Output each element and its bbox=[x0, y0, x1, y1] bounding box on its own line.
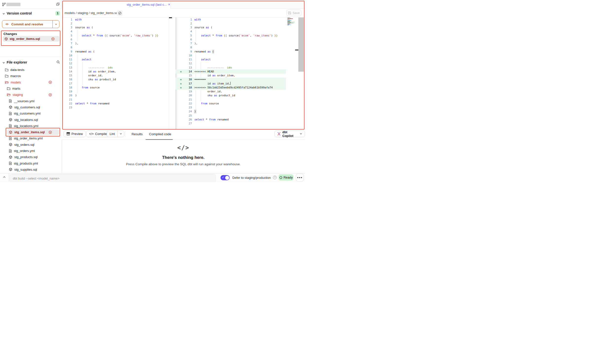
line-number: 16 bbox=[183, 78, 192, 81]
command-bar-divider bbox=[9, 173, 9, 182]
preview-button[interactable]: Preview bbox=[64, 131, 86, 137]
line-number: 10 bbox=[183, 54, 192, 57]
folder-icon bbox=[5, 74, 8, 78]
search-icon[interactable] bbox=[56, 60, 60, 64]
code-text: select * from {{ source('ecom', 'raw_ite… bbox=[192, 34, 278, 37]
model-icon bbox=[4, 37, 8, 41]
file-explorer-item-models[interactable]: models bbox=[0, 79, 62, 85]
file-label: marts bbox=[12, 87, 20, 90]
code-text: renamed as ( bbox=[192, 50, 214, 53]
defer-toggle[interactable]: ✓ bbox=[220, 175, 230, 180]
more-options-button[interactable]: ●●● bbox=[296, 174, 304, 182]
line-number: 1 bbox=[183, 18, 192, 21]
code-text: ) bbox=[192, 110, 196, 113]
code-line-23: 23 bbox=[175, 106, 304, 110]
commit-and-resolve-button[interactable]: Commit and resolve bbox=[2, 20, 59, 28]
branch-name-redacted bbox=[6, 3, 20, 6]
code-line-12: 12 bbox=[175, 62, 304, 66]
line-number: 4 bbox=[183, 30, 192, 33]
dbt-copilot-button[interactable]: dbt Copilot bbox=[274, 131, 305, 137]
line-number: 21 bbox=[183, 98, 192, 101]
code-line-6: 6 bbox=[62, 37, 172, 41]
line-number: 20 bbox=[62, 94, 72, 97]
code-line-22: 22 from source bbox=[175, 101, 304, 105]
file-explorer-item-data-tests[interactable]: data-tests bbox=[0, 67, 62, 73]
doc-icon bbox=[9, 99, 12, 103]
file-explorer-item-stg_orders.sql[interactable]: stg_orders.sql bbox=[0, 142, 62, 148]
code-line-18: +18>>>>>>> 58c1dd23d5eebd9cd2495fa7124ab… bbox=[175, 85, 304, 89]
tab-stg-order-items[interactable]: stg_order_items.sql (last c... × bbox=[124, 0, 171, 9]
copy-branch-icon[interactable] bbox=[56, 2, 60, 6]
file-explorer-item-stg_order_items.yml[interactable]: stg_order_items.yml bbox=[0, 135, 62, 141]
compile-button[interactable]: </> Compile bbox=[86, 131, 110, 137]
line-number: 17 bbox=[62, 82, 72, 85]
file-explorer-item-macros[interactable]: macros bbox=[0, 73, 62, 79]
command-bar-expand-icon[interactable] bbox=[3, 176, 6, 178]
file-explorer-item-stg_order_items.sql[interactable]: stg_order_items.sql bbox=[0, 129, 62, 135]
file-explorer-chevron-icon[interactable] bbox=[2, 61, 5, 64]
code-line-4: 4 bbox=[62, 30, 172, 33]
line-number: 17 bbox=[183, 82, 192, 85]
file-explorer-item-stg_orders.yml[interactable]: stg_orders.yml bbox=[0, 148, 62, 154]
tab-results[interactable]: Results bbox=[132, 132, 143, 136]
model-icon bbox=[9, 131, 12, 134]
toolbar-divider bbox=[125, 131, 125, 137]
tab-bar-empty-area bbox=[171, 0, 305, 9]
code-pane-right-diff[interactable]: 1with23source as (45 select * from {{ so… bbox=[175, 17, 304, 129]
code-text: ) bbox=[72, 94, 77, 97]
lint-button[interactable]: Lint bbox=[107, 131, 124, 137]
file-label: stg_products.yml bbox=[14, 162, 38, 165]
file-explorer-item-stg_customers.sql[interactable]: stg_customers.sql bbox=[0, 104, 62, 110]
code-line-12: 12 bbox=[62, 62, 172, 66]
line-number: 5 bbox=[183, 34, 192, 37]
file-explorer-item-stg_products.yml[interactable]: stg_products.yml bbox=[0, 160, 62, 166]
file-label: stg_supplies.sql bbox=[14, 168, 37, 171]
lint-dropdown-chevron-icon[interactable] bbox=[118, 132, 124, 135]
help-icon[interactable]: ? bbox=[273, 176, 277, 179]
tab-close-icon[interactable]: × bbox=[168, 2, 170, 6]
discard-change-icon[interactable] bbox=[49, 93, 52, 97]
discard-change-icon[interactable] bbox=[49, 81, 52, 84]
model-icon bbox=[9, 143, 12, 146]
code-brackets-icon: </> bbox=[89, 132, 94, 135]
file-label: staging bbox=[13, 93, 23, 97]
file-explorer-item-stg_locations.sql[interactable]: stg_locations.sql bbox=[0, 116, 62, 123]
save-button[interactable]: Save bbox=[286, 10, 302, 16]
line-number: 8 bbox=[62, 46, 72, 49]
code-text: ), bbox=[192, 42, 198, 45]
line-number: 12 bbox=[62, 62, 72, 65]
line-number: 21 bbox=[62, 98, 72, 101]
editor-tab-bar: stg_order_items.sql (last c... × + bbox=[62, 0, 305, 9]
code-line-8: 8 bbox=[175, 46, 304, 50]
save-button-label: Save bbox=[292, 11, 300, 15]
file-explorer-item-staging[interactable]: staging bbox=[0, 92, 62, 98]
code-line-26: 26select * from renamed bbox=[175, 117, 304, 121]
code-line-5: 5 select * from {{ source('ecom', 'raw_i… bbox=[62, 33, 172, 37]
code-pane-left[interactable]: 1with23source as (45 select * from {{ so… bbox=[62, 17, 172, 129]
code-text: ), bbox=[72, 42, 78, 45]
line-number: 2 bbox=[62, 22, 72, 25]
line-number: 25 bbox=[183, 114, 192, 117]
file-explorer-item-__sources.yml[interactable]: __sources.yml bbox=[0, 98, 62, 104]
file-explorer-item-stg_products.sql[interactable]: stg_products.sql bbox=[0, 154, 62, 160]
changes-file-row[interactable]: stg_order_items.sql bbox=[3, 36, 59, 42]
code-line-9: 9renamed as ( bbox=[175, 50, 304, 53]
command-input[interactable]: dbt build --select <model_name> bbox=[10, 174, 216, 182]
version-control-chevron-icon[interactable] bbox=[2, 12, 5, 15]
code-text: select * from renamed bbox=[192, 118, 229, 121]
line-number: 14 bbox=[62, 70, 72, 73]
line-number: 19 bbox=[183, 90, 192, 93]
file-explorer-item-stg_supplies.sql[interactable]: stg_supplies.sql bbox=[0, 166, 62, 173]
file-explorer-item-marts[interactable]: marts bbox=[0, 85, 62, 92]
commit-dropdown-chevron-icon[interactable] bbox=[53, 23, 59, 26]
code-text: id as order_item, bbox=[72, 70, 116, 73]
file-explorer-item-stg_locations.yml[interactable]: stg_locations.yml bbox=[0, 123, 62, 129]
file-explorer-item-stg_customers.yml[interactable]: stg_customers.yml bbox=[0, 110, 62, 116]
doc-icon bbox=[9, 112, 12, 115]
discard-change-icon[interactable] bbox=[51, 37, 55, 41]
line-number: 13 bbox=[62, 66, 72, 69]
discard-change-icon[interactable] bbox=[49, 131, 52, 134]
file-explorer-list: data-testsmacrosmodelsmartsstaging__sour… bbox=[0, 67, 62, 173]
tab-compiled-code[interactable]: Compiled code bbox=[149, 132, 171, 136]
lineage-button[interactable] bbox=[117, 10, 123, 16]
